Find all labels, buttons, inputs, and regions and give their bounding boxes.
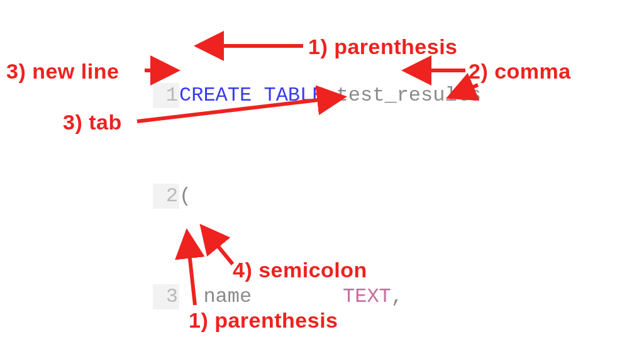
line-number: 3 bbox=[153, 284, 179, 309]
annotation-new-line: 3) new line bbox=[6, 59, 119, 84]
sql-punct-open-paren: ( bbox=[179, 184, 191, 209]
annotation-tab: 3) tab bbox=[63, 110, 122, 135]
line-number: 1 bbox=[153, 83, 179, 108]
diagram-stage: 1CREATE TABLE test_results 2( 3 nameTEXT… bbox=[0, 0, 644, 344]
sql-column-name: name bbox=[203, 285, 252, 308]
line-number: 2 bbox=[153, 184, 179, 209]
code-line: 3 nameTEXT, bbox=[153, 284, 481, 309]
sql-punct-comma: , bbox=[391, 284, 403, 309]
annotation-parenthesis-top: 1) parenthesis bbox=[308, 35, 458, 59]
annotation-parenthesis-bot: 1) parenthesis bbox=[189, 308, 338, 333]
sql-type: TEXT bbox=[343, 284, 391, 309]
sql-keyword: CREATE TABLE bbox=[179, 83, 336, 108]
code-line: 2( bbox=[153, 184, 481, 209]
code-line: 1CREATE TABLE test_results bbox=[153, 83, 481, 108]
sql-column-name bbox=[179, 285, 203, 308]
annotation-semicolon: 4) semicolon bbox=[233, 258, 367, 282]
sql-identifier: test_results bbox=[336, 83, 481, 108]
annotation-comma: 2) comma bbox=[469, 59, 571, 84]
